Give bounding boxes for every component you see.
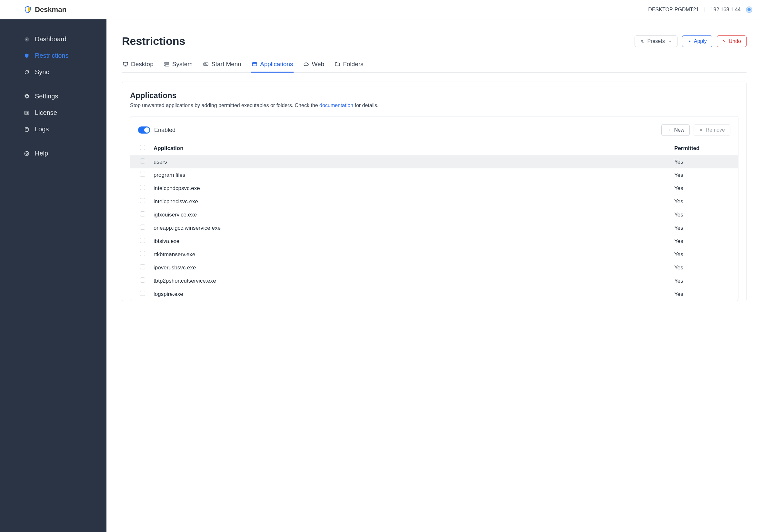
tab-system[interactable]: System <box>163 61 193 73</box>
applications-table: Application Permitted usersYesprogram fi… <box>130 142 738 301</box>
sidebar-item-label: Sync <box>35 68 49 76</box>
cell-application: oneapp.igcc.winservice.exe <box>150 221 670 235</box>
sidebar-item-settings[interactable]: Settings <box>0 88 107 105</box>
row-checkbox[interactable] <box>140 225 145 230</box>
row-checkbox[interactable] <box>140 198 145 203</box>
panel-desc-pre: Stop unwanted applications by adding per… <box>130 103 319 108</box>
row-checkbox[interactable] <box>140 158 145 164</box>
sidebar-item-label: Restrictions <box>35 52 68 59</box>
table-row[interactable]: logspire.exeYes <box>130 287 738 301</box>
table-row[interactable]: usersYes <box>130 155 738 169</box>
cell-permitted: Yes <box>670 235 738 248</box>
sidebar-item-sync[interactable]: Sync <box>0 64 107 80</box>
enabled-toggle[interactable] <box>138 126 150 133</box>
host-ip: 192.168.1.44 <box>711 7 741 13</box>
tab-label: Web <box>312 61 324 68</box>
row-checkbox[interactable] <box>140 251 145 256</box>
applications-panel: Applications Stop unwanted applications … <box>122 82 746 301</box>
tab-applications[interactable]: Applications <box>251 61 294 73</box>
table-row[interactable]: ipoverusbsvc.exeYes <box>130 261 738 274</box>
user-avatar-icon[interactable] <box>746 6 752 13</box>
cloud-icon <box>303 61 309 67</box>
table-row[interactable]: intelcphdcpsvc.exeYes <box>130 182 738 195</box>
table-row[interactable]: program filesYes <box>130 168 738 182</box>
hostname: DESKTOP-PGDMT21 <box>648 7 699 13</box>
cell-permitted: Yes <box>670 155 738 169</box>
shield-icon <box>24 53 30 59</box>
tab-label: Start Menu <box>211 61 241 68</box>
presets-icon <box>640 39 645 43</box>
plus-icon <box>667 128 671 132</box>
cell-permitted: Yes <box>670 195 738 208</box>
row-checkbox[interactable] <box>140 291 145 296</box>
cell-application: ibtsiva.exe <box>150 235 670 248</box>
cell-permitted: Yes <box>670 261 738 274</box>
row-checkbox[interactable] <box>140 277 145 283</box>
col-application: Application <box>150 142 670 155</box>
cell-application: intelcphdcpsvc.exe <box>150 182 670 195</box>
play-icon <box>687 39 691 43</box>
panel-description: Stop unwanted applications by adding per… <box>130 103 738 109</box>
window-icon <box>252 61 258 67</box>
tab-label: Desktop <box>131 61 154 68</box>
tab-start-menu[interactable]: Start Menu <box>202 61 242 73</box>
db-icon <box>24 126 30 132</box>
cell-application: ipoverusbsvc.exe <box>150 261 670 274</box>
server-icon <box>164 61 170 67</box>
cell-application: rtkbtmanserv.exe <box>150 248 670 261</box>
documentation-link[interactable]: documentation <box>319 103 353 108</box>
panel-title: Applications <box>130 91 738 100</box>
cell-permitted: Yes <box>670 221 738 235</box>
sidebar-item-help[interactable]: Help <box>0 145 107 162</box>
topbar: Deskman DESKTOP-PGDMT21 | 192.168.1.44 <box>0 0 762 19</box>
host-info: DESKTOP-PGDMT21 | 192.168.1.44 <box>648 6 752 13</box>
presets-button[interactable]: Presets <box>635 36 677 47</box>
cell-application: logspire.exe <box>150 287 670 301</box>
tab-folders[interactable]: Folders <box>334 61 364 73</box>
sidebar-item-label: Logs <box>35 125 49 133</box>
tab-web[interactable]: Web <box>303 61 325 73</box>
table-row[interactable]: tbtp2pshortcutservice.exeYes <box>130 274 738 287</box>
col-permitted: Permitted <box>670 142 738 155</box>
host-separator: | <box>704 7 705 13</box>
life-ring-icon <box>24 151 30 156</box>
select-all-checkbox[interactable] <box>140 145 145 150</box>
apply-button[interactable]: Apply <box>682 36 712 47</box>
table-row[interactable]: ibtsiva.exeYes <box>130 235 738 248</box>
folder-icon <box>335 61 341 67</box>
x-icon <box>699 128 703 132</box>
row-checkbox[interactable] <box>140 185 145 190</box>
row-checkbox[interactable] <box>140 211 145 216</box>
remove-button[interactable]: Remove <box>694 124 730 136</box>
sidebar-item-label: Help <box>35 150 48 157</box>
table-row[interactable]: oneapp.igcc.winservice.exeYes <box>130 221 738 235</box>
brand: Deskman <box>24 6 66 14</box>
cell-application: tbtp2pshortcutservice.exe <box>150 274 670 287</box>
sidebar-item-restrictions[interactable]: Restrictions <box>0 47 107 64</box>
new-button[interactable]: New <box>661 124 690 136</box>
enabled-label: Enabled <box>154 127 176 133</box>
table-row[interactable]: igfxcuiservice.exeYes <box>130 208 738 221</box>
main: Restrictions Presets Apply Undo DesktopS… <box>107 19 762 532</box>
id-icon <box>24 110 30 116</box>
cell-application: program files <box>150 168 670 182</box>
brand-name: Deskman <box>35 6 66 14</box>
undo-button[interactable]: Undo <box>717 36 746 47</box>
tab-desktop[interactable]: Desktop <box>122 61 154 73</box>
sidebar-item-label: Settings <box>35 93 58 100</box>
sidebar-item-logs[interactable]: Logs <box>0 121 107 137</box>
cell-permitted: Yes <box>670 274 738 287</box>
table-row[interactable]: intelcphecisvc.exeYes <box>130 195 738 208</box>
sidebar-item-license[interactable]: License <box>0 105 107 121</box>
panel-desc-post: for details. <box>353 103 378 108</box>
table-row[interactable]: rtkbtmanserv.exeYes <box>130 248 738 261</box>
compass-icon <box>24 37 30 42</box>
page-title: Restrictions <box>122 35 186 47</box>
sidebar-item-dashboard[interactable]: Dashboard <box>0 31 107 47</box>
cell-application: igfxcuiservice.exe <box>150 208 670 221</box>
row-checkbox[interactable] <box>140 238 145 243</box>
gear-icon <box>24 94 30 99</box>
x-icon <box>722 39 726 43</box>
row-checkbox[interactable] <box>140 172 145 177</box>
row-checkbox[interactable] <box>140 264 145 269</box>
